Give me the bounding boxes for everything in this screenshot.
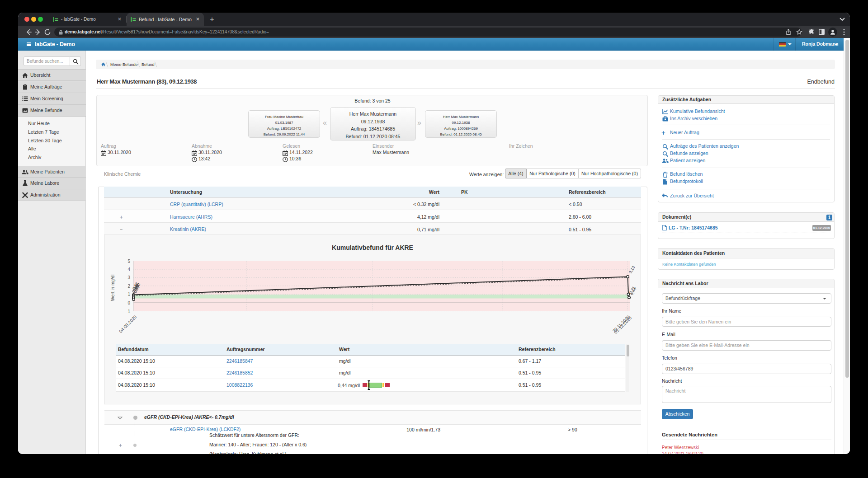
- svg-text:3: 3: [127, 275, 130, 280]
- svg-text:4: 4: [127, 267, 130, 272]
- svg-text:2: 2: [127, 284, 130, 289]
- svg-text:0: 0: [127, 300, 130, 305]
- svg-text:5: 5: [127, 259, 130, 264]
- svg-text:04.08.2020: 04.08.2020: [118, 314, 137, 333]
- svg-text:Wert in mg/dl: Wert in mg/dl: [110, 275, 115, 301]
- svg-text:-1: -1: [126, 309, 130, 314]
- svg-text:1: 1: [127, 292, 130, 297]
- svg-text:01.12.2020: 01.12.2020: [613, 315, 632, 334]
